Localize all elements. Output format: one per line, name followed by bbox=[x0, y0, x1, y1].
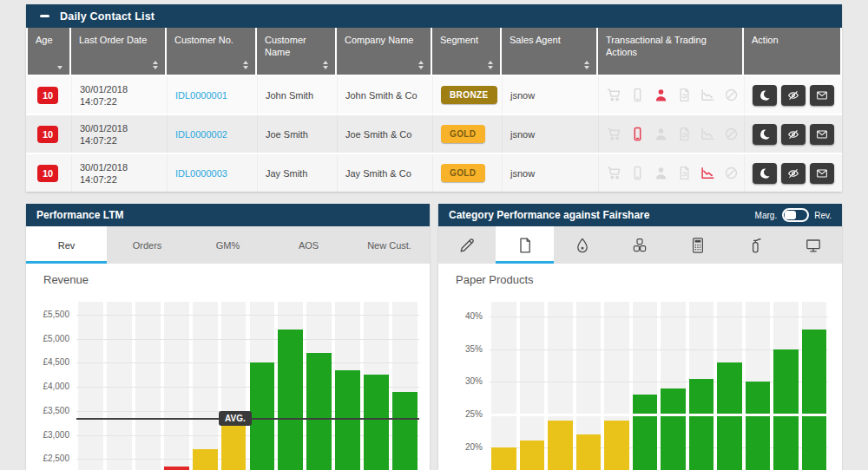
data-bar bbox=[633, 395, 658, 470]
phone-icon[interactable] bbox=[630, 88, 645, 102]
trading-actions bbox=[598, 115, 742, 153]
cart-icon[interactable] bbox=[607, 88, 621, 102]
company-name: John Smith & Co bbox=[337, 76, 431, 114]
snooze-moon-button[interactable] bbox=[753, 124, 777, 145]
chart-background-column bbox=[135, 302, 161, 470]
trading-actions bbox=[598, 154, 742, 192]
email-envelope-button[interactable] bbox=[810, 163, 834, 184]
sales-agent: jsnow bbox=[502, 76, 596, 114]
column-header-customer-name[interactable]: Customer Name bbox=[257, 28, 335, 75]
data-bar bbox=[604, 421, 629, 470]
sort-desc-icon bbox=[57, 66, 62, 69]
sort-both-icon bbox=[153, 61, 158, 69]
declining-chart-icon[interactable] bbox=[700, 88, 715, 102]
hide-eye-button[interactable] bbox=[781, 124, 806, 145]
column-header-action: Action bbox=[744, 28, 840, 75]
chart-background-column bbox=[107, 302, 132, 470]
age-badge: 10 bbox=[37, 87, 58, 104]
contact-list-header: Daily Contact List bbox=[26, 4, 842, 28]
column-header-sales-agent[interactable]: Sales Agent bbox=[502, 28, 596, 75]
table-row: 10 30/01/201814:07:22 IDL0000001 John Sm… bbox=[26, 76, 842, 114]
fairshare-reference-line bbox=[490, 414, 828, 416]
cart-icon[interactable] bbox=[607, 166, 621, 180]
data-bar bbox=[802, 330, 827, 470]
y-axis-tick-label: 20% bbox=[438, 442, 483, 453]
data-bar bbox=[392, 392, 418, 470]
last-order-date: 30/01/201814:07:22 bbox=[71, 154, 165, 192]
row-actions bbox=[744, 154, 840, 192]
declining-chart-icon[interactable] bbox=[700, 166, 715, 180]
snooze-moon-button[interactable] bbox=[753, 163, 777, 184]
table-row: 10 30/01/201814:07:22 IDL0000003 Jay Smi… bbox=[26, 154, 842, 192]
data-bar bbox=[278, 330, 303, 470]
person-icon[interactable] bbox=[654, 88, 668, 102]
y-axis-tick-label: £5,000 bbox=[26, 334, 69, 344]
y-axis-tick-label: £4,500 bbox=[26, 357, 69, 368]
chart-background-column bbox=[78, 302, 103, 470]
y-axis-tick-label: £3,000 bbox=[26, 430, 69, 441]
declining-chart-icon[interactable] bbox=[700, 127, 715, 141]
person-icon[interactable] bbox=[654, 166, 668, 180]
hide-eye-button[interactable] bbox=[781, 85, 806, 106]
customer-name: Joe Smith bbox=[257, 115, 335, 153]
no-entry-icon[interactable] bbox=[724, 127, 739, 141]
customer-no-link[interactable]: IDL0000003 bbox=[175, 168, 227, 179]
data-bar bbox=[773, 349, 799, 470]
data-bar bbox=[689, 379, 714, 470]
y-axis-tick-label: 35% bbox=[438, 344, 483, 355]
collapse-icon[interactable] bbox=[36, 9, 52, 24]
row-actions bbox=[744, 115, 840, 153]
column-header-age[interactable]: Age bbox=[28, 28, 69, 75]
segment-badge: GOLD bbox=[441, 125, 485, 143]
cart-icon[interactable] bbox=[607, 127, 621, 141]
column-header-trading-actions: Transactional & Trading Actions bbox=[598, 28, 742, 75]
sort-both-icon bbox=[243, 61, 248, 69]
y-axis-tick-label: 30% bbox=[438, 376, 483, 387]
data-bar bbox=[335, 370, 360, 470]
y-axis-tick-label: £5,500 bbox=[26, 310, 69, 320]
chart-background-column bbox=[164, 302, 189, 470]
phone-icon[interactable] bbox=[630, 127, 645, 141]
age-badge: 10 bbox=[37, 126, 58, 143]
y-axis-tick-label: £3,500 bbox=[26, 406, 69, 416]
sort-both-icon bbox=[323, 61, 328, 69]
segment-badge: BRONZE bbox=[441, 86, 497, 104]
email-envelope-button[interactable] bbox=[810, 124, 834, 145]
no-entry-icon[interactable] bbox=[724, 166, 739, 180]
customer-name: Jay Smith bbox=[257, 154, 335, 192]
company-name: Jay Smith & Co bbox=[337, 154, 431, 192]
grid-line bbox=[490, 317, 828, 317]
phone-icon[interactable] bbox=[630, 166, 645, 180]
customer-no-link[interactable]: IDL0000001 bbox=[175, 90, 227, 101]
customer-name: John Smith bbox=[257, 76, 335, 114]
document-icon[interactable] bbox=[677, 88, 692, 102]
column-header-company-name[interactable]: Company Name bbox=[337, 28, 431, 75]
document-icon[interactable] bbox=[677, 127, 692, 141]
snooze-moon-button[interactable] bbox=[753, 85, 777, 106]
y-axis-tick-label: £4,000 bbox=[26, 382, 69, 392]
table-body: 10 30/01/201814:07:22 IDL0000001 John Sm… bbox=[26, 76, 842, 192]
average-line-label: AVG. bbox=[219, 411, 252, 426]
person-icon[interactable] bbox=[654, 127, 668, 141]
no-entry-icon[interactable] bbox=[724, 88, 739, 102]
y-axis-tick-label: £2,500 bbox=[26, 454, 69, 464]
data-bar bbox=[548, 421, 573, 470]
sort-both-icon bbox=[418, 61, 424, 69]
data-bar bbox=[576, 434, 602, 470]
customer-no-link[interactable]: IDL0000002 bbox=[175, 129, 227, 140]
column-header-segment[interactable]: Segment bbox=[432, 28, 500, 75]
daily-contact-list-panel: Daily Contact List Age Last Order Date C… bbox=[26, 4, 842, 192]
y-axis-tick-label: 25% bbox=[438, 409, 483, 420]
grid-line bbox=[76, 339, 419, 340]
data-bar bbox=[491, 447, 516, 470]
performance-ltm-panel: Performance LTM Rev Orders GM% AOS New C… bbox=[26, 204, 430, 470]
y-axis-tick-label: 40% bbox=[438, 311, 483, 322]
hide-eye-button[interactable] bbox=[781, 163, 806, 184]
column-header-customer-no[interactable]: Customer No. bbox=[167, 28, 255, 75]
email-envelope-button[interactable] bbox=[810, 85, 834, 106]
document-icon[interactable] bbox=[677, 166, 692, 180]
column-header-last-order-date[interactable]: Last Order Date bbox=[71, 28, 165, 75]
age-badge: 10 bbox=[37, 165, 58, 182]
grid-line bbox=[76, 315, 419, 316]
data-bar bbox=[306, 353, 332, 470]
